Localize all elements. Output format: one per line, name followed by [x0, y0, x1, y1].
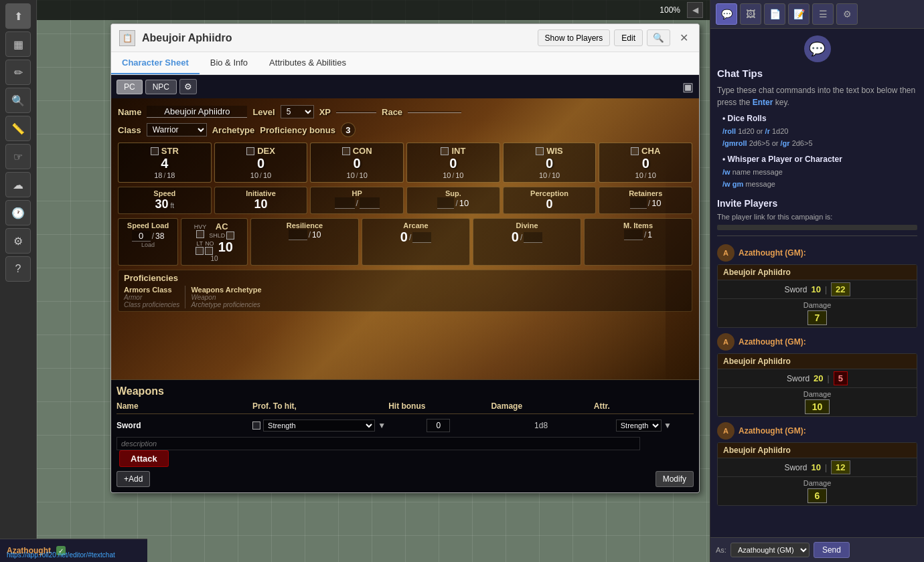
- add-weapon-button[interactable]: +Add: [117, 471, 150, 487]
- card-1-dmg-label: Damage: [803, 301, 832, 309]
- tool-fog[interactable]: ☁: [5, 172, 31, 197]
- cha-value[interactable]: 0: [603, 156, 688, 171]
- chat-icon-btn[interactable]: 💬: [716, 3, 737, 25]
- weapons-arch-placeholder: WeaponArchetype proficiencies: [191, 294, 261, 308]
- hvy-checkbox[interactable]: [196, 230, 204, 238]
- m-items-box: M. Items / 1: [584, 218, 692, 266]
- ac-value[interactable]: 10: [218, 240, 233, 255]
- lt-checkbox[interactable]: [196, 247, 204, 255]
- close-button[interactable]: ✕: [677, 31, 691, 44]
- tab-bio-info[interactable]: Bio & Info: [200, 52, 258, 74]
- sup-current[interactable]: [437, 197, 454, 209]
- card-1-dmg-row: Damage 7: [718, 298, 917, 327]
- archetype-label: Archetype: [212, 125, 255, 135]
- card-2-roll2: 5: [834, 371, 848, 385]
- level-select[interactable]: 5: [281, 105, 314, 118]
- chat-card-3: Abeujoir Aphiidro Sword 10 | 12 Damage 6: [717, 442, 917, 506]
- weapon-prof-checkbox[interactable]: [252, 421, 260, 430]
- stat-int: INT 0 10/10: [406, 143, 500, 183]
- search-button[interactable]: 🔍: [647, 29, 670, 46]
- hp-current[interactable]: [335, 197, 355, 209]
- name-value[interactable]: Abeujoir Aphiidro: [147, 106, 247, 118]
- weapon-attr-select[interactable]: Strength: [616, 419, 662, 432]
- attr-dropdown-icon[interactable]: ▼: [664, 421, 672, 430]
- attack-button[interactable]: Attack: [119, 450, 169, 467]
- tab-character-sheet[interactable]: Character Sheet: [111, 52, 200, 74]
- wis-checkbox[interactable]: [536, 147, 544, 155]
- tool-draw[interactable]: ✏: [5, 60, 31, 85]
- tool-measure[interactable]: 📏: [5, 116, 31, 141]
- tool-layers[interactable]: ▦: [5, 31, 31, 57]
- class-select[interactable]: Warrior: [147, 123, 207, 136]
- npc-button[interactable]: NPC: [145, 80, 177, 94]
- str-value[interactable]: 4: [123, 156, 207, 171]
- tool-select[interactable]: ⬆: [5, 3, 31, 29]
- initiative-value[interactable]: 10: [219, 197, 303, 211]
- sup-box: Sup. / 10: [406, 187, 500, 214]
- weapon-damage: 1d8: [491, 421, 591, 430]
- divine-value[interactable]: 0: [512, 229, 519, 245]
- card-1-roll-row: Sword 10 | 22: [718, 280, 917, 298]
- tool-settings-extra[interactable]: ⚙: [5, 228, 31, 254]
- divine-max[interactable]: [524, 232, 542, 243]
- avatar-1: A: [717, 244, 735, 262]
- str-checkbox[interactable]: [151, 147, 159, 155]
- settings-icon-btn[interactable]: ⚙: [836, 3, 858, 25]
- journal-icon-btn[interactable]: 📄: [764, 3, 785, 25]
- armor-class-label: Armors Class: [124, 286, 179, 294]
- weapon-description[interactable]: [117, 437, 640, 450]
- resilience-box: Resilience / 10: [250, 218, 359, 266]
- hp-max[interactable]: [360, 197, 380, 209]
- dex-checkbox[interactable]: [246, 147, 254, 155]
- xp-value[interactable]: [336, 111, 376, 113]
- weapon-prof-select[interactable]: Strength: [263, 419, 375, 432]
- int-value[interactable]: 0: [411, 156, 495, 171]
- card-1-dmg-val: 7: [807, 310, 828, 325]
- con-checkbox[interactable]: [342, 147, 350, 155]
- speed-value[interactable]: 30: [155, 197, 169, 211]
- m-items-current[interactable]: [624, 229, 643, 240]
- arcane-max[interactable]: [412, 232, 431, 243]
- chat-input-area: As: Azathought (GM) Send: [710, 537, 924, 562]
- card-1-roll1: 10: [811, 284, 820, 294]
- no-label: NO: [205, 240, 214, 247]
- stat-con: CON 0 10/10: [310, 143, 404, 183]
- photo-icon-btn[interactable]: 🖼: [740, 3, 761, 25]
- show-to-players-button[interactable]: Show to Players: [538, 29, 611, 46]
- shld-checkbox[interactable]: [226, 231, 234, 240]
- modify-button[interactable]: Modify: [656, 471, 694, 487]
- no-checkbox[interactable]: [205, 247, 213, 255]
- pc-button[interactable]: PC: [117, 80, 143, 94]
- weapon-hit-bonus[interactable]: [427, 419, 450, 432]
- retainers-current[interactable]: [630, 197, 647, 209]
- resilience-current[interactable]: [289, 229, 307, 240]
- prof-dropdown-icon[interactable]: ▼: [378, 421, 386, 430]
- tool-interact[interactable]: ☞: [5, 144, 31, 169]
- perception-value[interactable]: 0: [508, 197, 592, 211]
- notes-icon-btn[interactable]: 📝: [788, 3, 810, 25]
- wis-value[interactable]: 0: [508, 156, 592, 171]
- con-value[interactable]: 0: [315, 156, 399, 171]
- tool-help[interactable]: ?: [5, 256, 31, 282]
- int-checkbox[interactable]: [441, 147, 449, 155]
- cha-checkbox[interactable]: [631, 147, 639, 155]
- load-current[interactable]: [132, 231, 151, 242]
- list-icon-btn[interactable]: ☰: [812, 3, 834, 25]
- whisper-title: • Whisper a Player or Character: [722, 155, 917, 164]
- tool-zoom[interactable]: 🔍: [5, 88, 31, 113]
- invite-link[interactable]: [717, 225, 917, 230]
- arcane-value[interactable]: 0: [400, 229, 408, 245]
- race-value[interactable]: [408, 111, 461, 113]
- collapse-btn[interactable]: ◀: [687, 2, 703, 18]
- gear-settings-button[interactable]: ⚙: [179, 79, 197, 94]
- dice-roll-2: /gmroll 2d6>5 or /gr 2d6>5: [722, 138, 917, 150]
- tab-attributes[interactable]: Attributes & Abilities: [258, 52, 357, 74]
- tool-clock[interactable]: 🕐: [5, 200, 31, 225]
- chat-card-1: Abeujoir Aphiidro Sword 10 | 22 Damage 7: [717, 264, 917, 328]
- chat-as-select[interactable]: Azathought (GM): [730, 543, 810, 557]
- weapons-title: Weapons: [117, 385, 694, 397]
- send-button[interactable]: Send: [814, 542, 850, 558]
- sheet-view-icon[interactable]: ▣: [682, 80, 694, 94]
- edit-button[interactable]: Edit: [614, 29, 643, 46]
- dex-value[interactable]: 0: [219, 156, 303, 171]
